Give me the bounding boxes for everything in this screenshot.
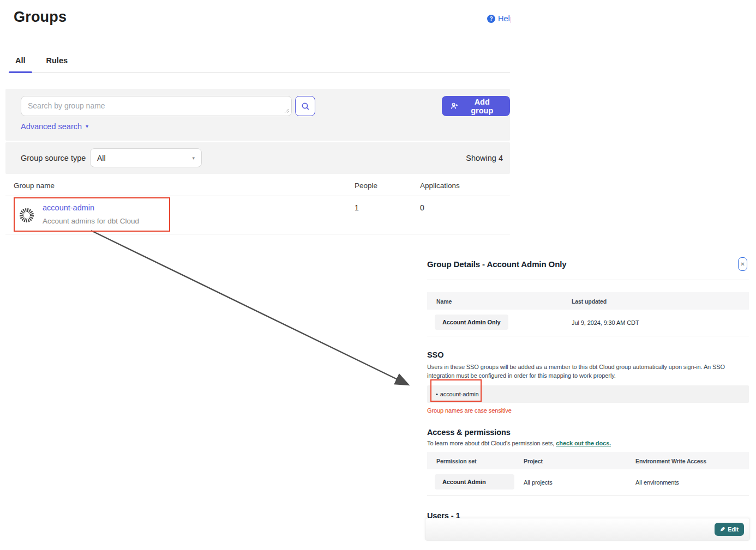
group-description: Account admins for dbt Cloud	[43, 217, 139, 225]
add-group-label: Add group	[463, 98, 501, 115]
search-icon	[301, 102, 310, 111]
edit-label: Edit	[728, 526, 739, 533]
group-name-chip: Account Admin Only	[435, 315, 508, 330]
group-details-panel: Group Details - Account Admin Only ✕ Nam…	[427, 252, 749, 520]
groups-table: Group name People Applications account-a…	[5, 176, 510, 234]
name-table: Name Last updated Account Admin Only Jul…	[427, 292, 749, 336]
help-label: Help	[498, 14, 511, 23]
filter-panel: Group source type All ▾ Showing 4	[5, 142, 510, 174]
sso-group-chip: • account-admin	[436, 391, 479, 397]
bullet-icon: •	[436, 391, 438, 397]
sso-groups-bar: • account-admin	[427, 385, 749, 403]
search-box	[21, 96, 292, 116]
column-environment-write-access: Environment Write Access	[635, 458, 706, 464]
close-icon: ✕	[740, 261, 745, 267]
access-permissions-heading: Access & permissions	[427, 428, 749, 437]
people-count: 1	[355, 203, 359, 212]
details-title: Group Details - Account Admin Only	[427, 259, 567, 269]
edit-button[interactable]: ✎ Edit	[715, 523, 744, 536]
applications-count: 0	[420, 203, 424, 212]
group-name-link[interactable]: account-admin	[43, 203, 94, 212]
permissions-table-header: Permission set Project Environment Write…	[427, 452, 749, 469]
permissions-table-row: Account Admin All projects All environme…	[427, 469, 749, 495]
docs-link[interactable]: check out the docs.	[556, 440, 611, 446]
tab-bar: All Rules	[9, 55, 510, 72]
access-description-text: To learn more about dbt Cloud's permissi…	[427, 440, 554, 446]
page-title: Groups	[14, 9, 67, 26]
chevron-down-icon: ▾	[192, 155, 195, 161]
column-project: Project	[524, 458, 543, 464]
tab-rules[interactable]: Rules	[40, 55, 75, 72]
case-sensitive-warning: Group names are case sensitive	[427, 407, 749, 414]
showing-count: Showing 4	[466, 154, 503, 162]
access-description: To learn more about dbt Cloud's permissi…	[427, 440, 749, 446]
environment-value: All environments	[635, 479, 679, 486]
column-name: Name	[436, 298, 452, 305]
name-table-header: Name Last updated	[427, 292, 749, 310]
column-group-name: Group name	[14, 182, 55, 190]
search-button[interactable]	[295, 96, 315, 116]
permission-set-chip: Account Admin	[435, 474, 514, 489]
group-sunburst-icon	[19, 207, 35, 223]
advanced-search-toggle[interactable]: Advanced search ▾	[21, 122, 88, 131]
groups-admin-page: Groups ? Help All Rules Advanced search …	[0, 0, 756, 550]
search-panel: Advanced search ▾ Add group	[5, 89, 510, 141]
groups-table-header: Group name People Applications	[5, 176, 510, 196]
group-source-type-select[interactable]: All ▾	[90, 148, 202, 167]
details-footer: ✎ Edit	[425, 518, 750, 541]
table-row[interactable]: account-admin Account admins for dbt Clo…	[5, 196, 510, 234]
search-input[interactable]	[21, 96, 292, 116]
details-header: Group Details - Account Admin Only ✕	[427, 252, 749, 280]
tab-all[interactable]: All	[9, 55, 32, 72]
help-icon: ?	[487, 15, 495, 23]
advanced-search-label: Advanced search	[21, 122, 82, 131]
sso-group-name: account-admin	[440, 391, 479, 397]
column-applications: Applications	[420, 182, 460, 190]
add-group-button[interactable]: Add group	[442, 96, 510, 116]
pencil-icon: ✎	[720, 526, 725, 533]
close-button[interactable]: ✕	[738, 257, 747, 271]
permissions-table: Permission set Project Environment Write…	[427, 452, 749, 496]
column-permission-set: Permission set	[436, 458, 476, 464]
add-user-icon	[451, 102, 458, 110]
last-updated-value: Jul 9, 2024, 9:30 AM CDT	[572, 319, 639, 326]
sso-heading: SSO	[427, 350, 749, 359]
help-link[interactable]: ? Help	[487, 14, 511, 23]
chevron-down-icon: ▾	[86, 124, 88, 129]
selected-option: All	[97, 154, 106, 162]
column-people: People	[355, 182, 377, 190]
column-last-updated: Last updated	[572, 298, 607, 305]
group-source-type-label: Group source type	[21, 154, 86, 162]
project-value: All projects	[524, 479, 553, 486]
name-table-row: Account Admin Only Jul 9, 2024, 9:30 AM …	[427, 310, 749, 336]
sso-description: Users in these SSO groups will be added …	[427, 363, 741, 380]
